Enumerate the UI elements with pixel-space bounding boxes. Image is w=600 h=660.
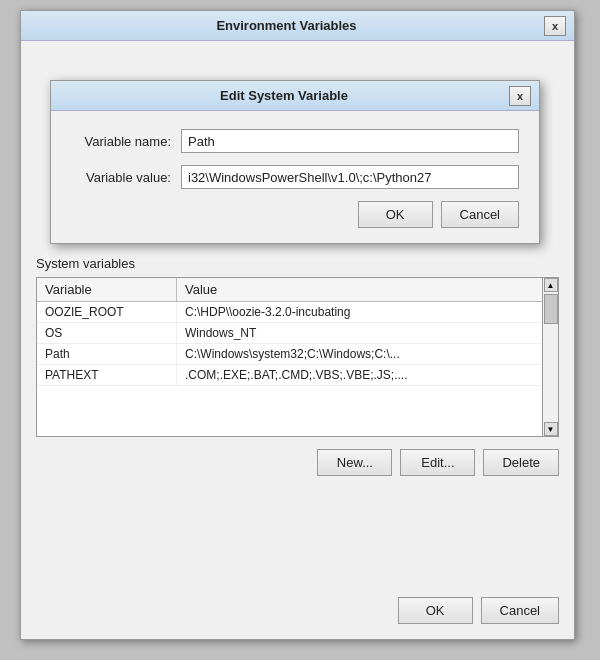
edit-dialog-title: Edit System Variable xyxy=(59,88,509,103)
variable-value-label: Variable value: xyxy=(71,170,181,185)
edit-dialog-content: Variable name: Variable value: OK Cancel xyxy=(51,111,539,243)
variable-value-row: Variable value: xyxy=(71,165,519,189)
variable-name-input[interactable] xyxy=(181,129,519,153)
variable-action-buttons: New... Edit... Delete xyxy=(36,449,559,476)
table-cell-value: C:\HDP\\oozie-3.2.0-incubating xyxy=(177,302,542,322)
table-scrollbar[interactable]: ▲ ▼ xyxy=(542,277,559,437)
table-header: Variable Value xyxy=(37,278,542,302)
edit-variable-button[interactable]: Edit... xyxy=(400,449,475,476)
edit-ok-button[interactable]: OK xyxy=(358,201,433,228)
table-cell-value: Windows_NT xyxy=(177,323,542,343)
scroll-thumb[interactable] xyxy=(544,294,558,324)
env-close-button[interactable]: x xyxy=(544,16,566,36)
bottom-buttons: OK Cancel xyxy=(398,597,559,624)
table-cell-variable: PATHEXT xyxy=(37,365,177,385)
edit-system-variable-dialog: Edit System Variable x Variable name: Va… xyxy=(50,80,540,244)
table-body: OOZIE_ROOTC:\HDP\\oozie-3.2.0-incubating… xyxy=(37,302,542,436)
system-variables-table: Variable Value OOZIE_ROOTC:\HDP\\oozie-3… xyxy=(36,277,543,437)
edit-titlebar: Edit System Variable x xyxy=(51,81,539,111)
variable-name-label: Variable name: xyxy=(71,134,181,149)
table-row[interactable]: PATHEXT.COM;.EXE;.BAT;.CMD;.VBS;.VBE;.JS… xyxy=(37,365,542,386)
table-cell-variable: Path xyxy=(37,344,177,364)
col-variable-header: Variable xyxy=(37,278,177,301)
table-cell-value: C:\Windows\system32;C:\Windows;C:\... xyxy=(177,344,542,364)
table-cell-variable: OOZIE_ROOT xyxy=(37,302,177,322)
scroll-down-arrow[interactable]: ▼ xyxy=(544,422,558,436)
env-ok-button[interactable]: OK xyxy=(398,597,473,624)
edit-dialog-buttons: OK Cancel xyxy=(71,201,519,228)
table-row[interactable]: OSWindows_NT xyxy=(37,323,542,344)
env-titlebar: Environment Variables x xyxy=(21,11,574,41)
table-cell-value: .COM;.EXE;.BAT;.CMD;.VBS;.VBE;.JS;.... xyxy=(177,365,542,385)
new-variable-button[interactable]: New... xyxy=(317,449,392,476)
env-window-title: Environment Variables xyxy=(29,18,544,33)
table-row[interactable]: PathC:\Windows\system32;C:\Windows;C:\..… xyxy=(37,344,542,365)
scroll-up-arrow[interactable]: ▲ xyxy=(544,278,558,292)
variable-name-row: Variable name: xyxy=(71,129,519,153)
table-cell-variable: OS xyxy=(37,323,177,343)
system-variables-table-wrapper: Variable Value OOZIE_ROOTC:\HDP\\oozie-3… xyxy=(36,277,559,437)
edit-close-button[interactable]: x xyxy=(509,86,531,106)
edit-cancel-button[interactable]: Cancel xyxy=(441,201,519,228)
env-cancel-button[interactable]: Cancel xyxy=(481,597,559,624)
col-value-header: Value xyxy=(177,278,542,301)
delete-variable-button[interactable]: Delete xyxy=(483,449,559,476)
system-variables-label: System variables xyxy=(36,256,559,271)
table-row[interactable]: OOZIE_ROOTC:\HDP\\oozie-3.2.0-incubating xyxy=(37,302,542,323)
variable-value-input[interactable] xyxy=(181,165,519,189)
